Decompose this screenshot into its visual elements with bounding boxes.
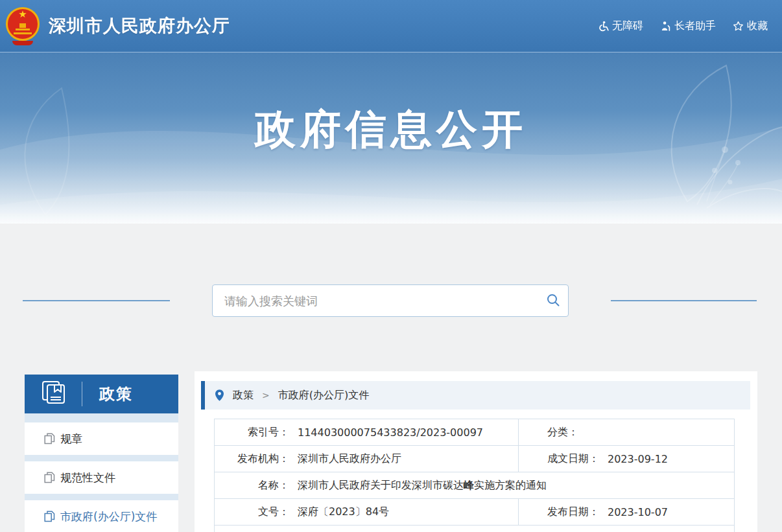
breadcrumb-item-current: 市政府(办公厅)文件	[278, 389, 369, 402]
national-emblem-logo[interactable]: ★	[5, 6, 40, 45]
book-icon	[41, 380, 67, 408]
policy-sidebar: 政策 规章 规范性文件	[25, 375, 178, 532]
sidebar-item-label: 市政府(办公厅)文件	[60, 509, 157, 524]
document-icon	[44, 433, 55, 445]
document-number-value: 深府〔2023〕84号	[298, 505, 389, 519]
decorative-line-right	[611, 300, 757, 301]
issuing-agency-label: 发布机构：	[228, 452, 289, 466]
sidebar-item-normative-documents[interactable]: 规范性文件	[25, 461, 178, 494]
table-row: 名称： 深圳市人民政府关于印发深圳市碳达峰实施方案的通知	[215, 472, 734, 499]
main-content-card: 政策 > 市政府(办公厅)文件 索引号： 114403000075433823/…	[195, 371, 757, 532]
elder-assistant-link[interactable]: 长者助手	[660, 19, 716, 33]
search-input[interactable]	[213, 285, 538, 316]
written-date-value: 2023-09-12	[608, 453, 668, 465]
topbar-links: 无障碍 长者助手 收藏	[598, 19, 768, 33]
location-pin-icon	[215, 389, 224, 401]
content-section: 政策 规章 规范性文件	[0, 224, 782, 532]
table-row-partial	[215, 526, 734, 532]
site-title[interactable]: 深圳市人民政府办公厅	[49, 14, 230, 38]
elder-assistant-label: 长者助手	[674, 19, 716, 33]
search-button[interactable]	[538, 285, 568, 316]
search-icon	[546, 293, 560, 309]
document-meta-table: 索引号： 114403000075433823/2023-00097 分类： 发…	[214, 419, 735, 532]
accessibility-link[interactable]: 无障碍	[598, 19, 643, 33]
document-name-value: 深圳市人民政府关于印发深圳市碳达峰实施方案的通知	[298, 479, 547, 492]
category-label: 分类：	[547, 426, 578, 439]
document-icon	[44, 511, 55, 522]
sidebar-item-label: 规范性文件	[60, 470, 115, 485]
table-row: 索引号： 114403000075433823/2023-00097 分类：	[215, 419, 734, 446]
favorite-link[interactable]: 收藏	[733, 19, 768, 33]
index-number-value: 114403000075433823/2023-00097	[298, 426, 483, 439]
document-number-label: 文号：	[228, 505, 289, 519]
table-row: 发布机构： 深圳市人民政府办公厅 成文日期： 2023-09-12	[215, 446, 734, 472]
favorite-label: 收藏	[747, 19, 768, 33]
elder-assistant-icon	[660, 21, 671, 32]
publish-date-value: 2023-10-07	[608, 506, 668, 518]
sidebar-header: 政策	[25, 375, 178, 413]
sidebar-title: 政策	[99, 384, 133, 404]
sidebar-item-municipal-documents[interactable]: 市政府(办公厅)文件	[25, 500, 178, 532]
document-icon	[44, 472, 55, 483]
sidebar-item-regulations[interactable]: 规章	[25, 422, 178, 455]
accessibility-icon	[598, 21, 609, 32]
search-box	[212, 284, 569, 317]
decorative-line-left	[23, 300, 170, 301]
top-header-bar: ★ 深圳市人民政府办公厅 无障碍	[0, 0, 782, 52]
written-date-label: 成文日期：	[547, 452, 599, 466]
star-icon	[733, 21, 744, 32]
publish-date-label: 发布日期：	[547, 505, 599, 519]
issuing-agency-value: 深圳市人民政府办公厅	[298, 452, 401, 466]
page-title: 政府信息公开	[0, 52, 782, 157]
breadcrumb: 政策 > 市政府(办公厅)文件	[201, 381, 750, 410]
index-number-label: 索引号：	[228, 426, 289, 439]
accessibility-label: 无障碍	[612, 19, 643, 33]
highlighted-keyword: 峰	[464, 479, 474, 491]
sidebar-items: 规章 规范性文件 市政府(办公厅)文件	[25, 413, 178, 532]
national-emblem-icon: ★	[6, 7, 40, 41]
sidebar-header-divider	[82, 382, 82, 406]
table-row: 文号： 深府〔2023〕84号 发布日期： 2023-10-07	[215, 499, 734, 526]
breadcrumb-separator: >	[262, 390, 270, 400]
sidebar-item-label: 规章	[60, 432, 82, 446]
page-banner: 政府信息公开	[0, 52, 782, 224]
breadcrumb-item-policy[interactable]: 政策	[233, 389, 254, 402]
document-name-label: 名称：	[228, 479, 289, 492]
